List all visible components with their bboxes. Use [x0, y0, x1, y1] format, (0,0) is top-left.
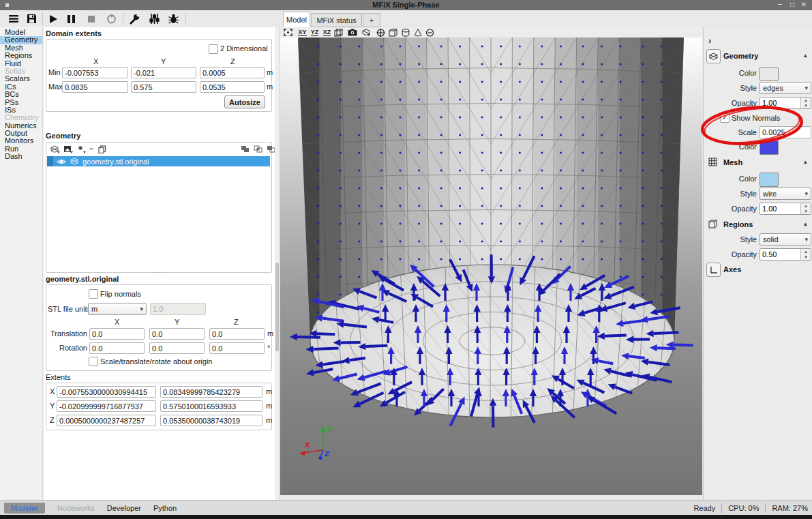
nav-item-regions[interactable]: Regions: [0, 52, 42, 59]
geometry-add-stl-button[interactable]: [50, 145, 61, 153]
mesh-color-swatch[interactable]: [760, 173, 779, 187]
mesh-opacity-spinbox[interactable]: ▴▾: [760, 203, 811, 215]
settings-button[interactable]: [127, 12, 141, 25]
spin-buttons[interactable]: ▴▾: [800, 249, 811, 260]
axes-section-button[interactable]: [706, 263, 721, 277]
zmax-field[interactable]: [200, 81, 265, 93]
toggle-regions-button[interactable]: [375, 27, 387, 38]
extents-y-max-field[interactable]: [160, 400, 262, 412]
menu-button[interactable]: [7, 13, 20, 25]
nav-item-bcs[interactable]: BCs: [0, 91, 42, 98]
reset-view-button[interactable]: [282, 27, 294, 38]
view-yz-button[interactable]: YZ: [309, 27, 320, 38]
geometry-copy-button[interactable]: [97, 145, 107, 153]
normals-color-swatch[interactable]: [760, 140, 779, 155]
extents-x-max-field[interactable]: [160, 386, 262, 398]
geometry-add-primitive-button[interactable]: [63, 145, 74, 153]
translation-y-field[interactable]: [149, 328, 205, 340]
boolean-intersect-button[interactable]: [253, 145, 263, 153]
geometry-tree-row[interactable]: geometry.stl.original: [47, 156, 270, 166]
close-button[interactable]: ✕: [801, 1, 807, 8]
about-origin-checkbox[interactable]: [89, 357, 98, 366]
spin-buttons[interactable]: ▴▾: [800, 98, 811, 108]
rotation-y-field[interactable]: [149, 342, 205, 354]
translation-z-field[interactable]: [209, 328, 265, 340]
mesh-section-button[interactable]: [706, 155, 719, 168]
scrollbar-thumb[interactable]: [275, 263, 279, 351]
left-panel-scrollbar[interactable]: [275, 27, 280, 500]
two-dimensional-checkbox[interactable]: [209, 44, 218, 54]
extents-z-max-field[interactable]: [160, 415, 262, 426]
regions-opacity-spinbox[interactable]: ▴▾: [760, 248, 811, 261]
geometry-opacity-field[interactable]: [760, 98, 800, 108]
toggle-mesh-button[interactable]: [387, 27, 399, 38]
view-xy-button[interactable]: XY: [297, 27, 308, 38]
parameters-button[interactable]: [147, 12, 161, 25]
screenshot-button[interactable]: [346, 27, 358, 38]
collapse-panel-button[interactable]: ›: [708, 35, 711, 46]
regions-collapse-icon[interactable]: ▴: [804, 220, 807, 227]
nav-item-dash[interactable]: Dash: [0, 153, 42, 160]
toggle-cone-button[interactable]: [412, 27, 423, 38]
toggle-cylinder-button[interactable]: [400, 27, 411, 38]
toggle-visibility-button[interactable]: [424, 27, 436, 38]
tab-add[interactable]: +: [363, 13, 380, 27]
perspective-button[interactable]: [333, 27, 344, 38]
xmax-field[interactable]: [62, 81, 128, 93]
viewport-3d[interactable]: XYZ: [280, 38, 702, 495]
regions-style-dropdown[interactable]: solid▾: [760, 233, 811, 246]
show-normals-checkbox[interactable]: ✓: [720, 113, 730, 123]
mesh-collapse-icon[interactable]: ▴: [804, 158, 807, 165]
visibility-eye-icon[interactable]: [57, 158, 66, 165]
stl-units-dropdown[interactable]: m ▾: [88, 303, 147, 315]
geometry-header[interactable]: Geometry: [723, 52, 758, 60]
minimize-button[interactable]: –: [778, 0, 782, 8]
geometry-color-swatch[interactable]: [760, 67, 779, 81]
splitter-handle[interactable]: ·····: [151, 269, 165, 276]
debug-button[interactable]: [166, 12, 180, 25]
reset-button[interactable]: [104, 12, 119, 25]
zmin-field[interactable]: [200, 67, 265, 78]
maximize-button[interactable]: □: [790, 1, 794, 8]
spin-buttons[interactable]: ▴▾: [800, 203, 811, 214]
geometry-opacity-spinbox[interactable]: ▴▾: [760, 97, 811, 109]
extents-z-min-field[interactable]: [57, 415, 156, 426]
regions-opacity-field[interactable]: [760, 249, 800, 260]
axes-header[interactable]: Axes: [723, 265, 741, 273]
xmin-field[interactable]: [62, 67, 128, 78]
pause-button[interactable]: [64, 12, 78, 25]
regions-header[interactable]: Regions: [723, 220, 753, 228]
stop-button[interactable]: [85, 12, 98, 25]
boolean-union-button[interactable]: [240, 145, 250, 153]
extents-x-min-field[interactable]: [57, 386, 156, 398]
geometry-remove-button[interactable]: −: [87, 144, 95, 153]
mesh-color-label: Color: [709, 175, 757, 183]
mesh-header[interactable]: Mesh: [723, 158, 742, 166]
geometry-section-button[interactable]: [706, 49, 721, 63]
geometry-style-dropdown[interactable]: edges▾: [760, 82, 811, 94]
mesh-opacity-field[interactable]: [760, 203, 800, 214]
tab-model[interactable]: Model: [283, 12, 310, 27]
mesh-style-dropdown[interactable]: wire▾: [760, 188, 811, 200]
run-button[interactable]: [46, 12, 60, 25]
rotation-z-field[interactable]: [209, 342, 265, 354]
mode-developer[interactable]: Developer: [107, 504, 141, 512]
translation-x-field[interactable]: [89, 328, 145, 340]
normals-scale-field[interactable]: [760, 126, 811, 138]
geometry-collapse-icon[interactable]: ▴: [804, 52, 807, 59]
stl-geometry-icon: [70, 158, 78, 165]
mode-modeler[interactable]: Modeler: [4, 503, 45, 514]
save-button[interactable]: [25, 12, 38, 25]
view-xz-button[interactable]: XZ: [321, 27, 333, 38]
extents-y-min-field[interactable]: [57, 400, 156, 412]
toggle-geometry-button[interactable]: [361, 27, 372, 38]
autosize-button[interactable]: Autosize: [224, 95, 265, 108]
flip-normals-checkbox[interactable]: [89, 289, 98, 299]
regions-section-button[interactable]: [706, 218, 719, 231]
mode-python[interactable]: Python: [153, 504, 177, 512]
ymin-field[interactable]: [131, 67, 196, 78]
tab-mfix-status[interactable]: MFiX status: [311, 13, 362, 27]
geometry-filter-button[interactable]: [76, 145, 87, 153]
ymax-field[interactable]: [131, 81, 196, 93]
rotation-x-field[interactable]: [89, 342, 145, 354]
